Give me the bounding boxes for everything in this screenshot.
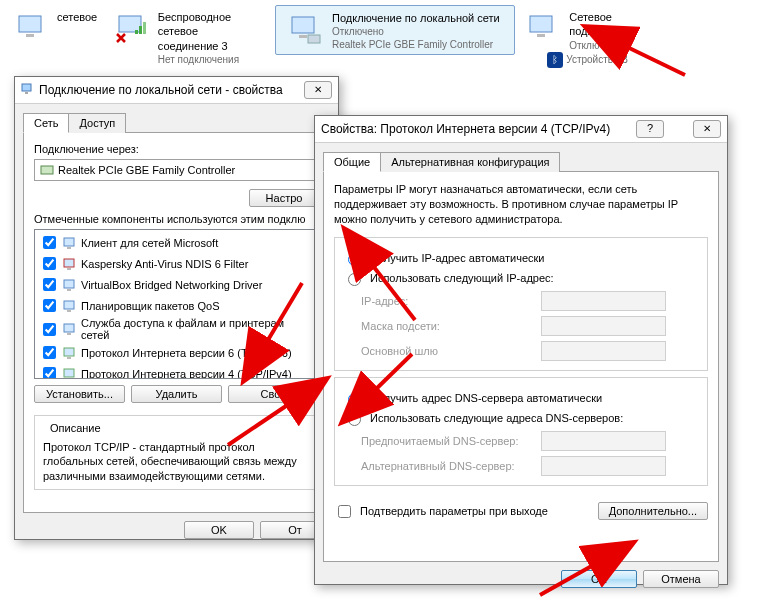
dns2-input [541,456,666,476]
advanced-button[interactable]: Дополнительно... [598,502,708,520]
component-label: Планировщик пакетов QoS [81,300,220,312]
svg-rect-27 [67,378,71,380]
dialog-titlebar: Подключение по локальной сети - свойства… [15,77,338,104]
dns1-label: Предпочитаемый DNS-сервер: [361,435,541,447]
tab-network[interactable]: Сеть [23,113,69,133]
network-icon [21,83,35,97]
network-connections-list: сетевое Беспроводное сетевое соединение … [0,0,763,60]
components-label: Отмеченные компоненты используются этим … [34,213,319,225]
list-item[interactable]: Служба доступа к файлам и принтерам сете… [37,316,316,342]
monitor-icon [15,10,51,50]
tabs: Сеть Доступ [23,112,330,133]
list-item[interactable]: Протокол Интернета версии 4 (TCP/IPv4) [37,363,316,379]
ip-input [541,291,666,311]
network-item-wireless[interactable]: Беспроводное сетевое соединение 3 Нет по… [105,5,275,55]
network-item-bluetooth[interactable]: Сетевое подк Отключено ᛒ Устройства B [515,5,645,55]
dialog-title: Подключение по локальной сети - свойства [39,83,283,97]
tabs: Общие Альтернативная конфигурация [323,151,719,172]
list-item[interactable]: Kaspersky Anti-Virus NDIS 6 Filter [37,253,316,274]
svg-rect-23 [67,333,71,335]
svg-rect-10 [537,34,545,37]
svg-rect-12 [25,92,28,94]
component-label: Kaspersky Anti-Virus NDIS 6 Filter [81,258,248,270]
net-item-status: Отключено [332,25,500,38]
net-item-label: Беспроводное сетевое [158,10,265,39]
gateway-input [541,341,666,361]
component-label: Протокол Интернета версии 4 (TCP/IPv4) [81,368,292,380]
cancel-button[interactable]: Отмена [643,570,719,588]
radio-manual-dns[interactable] [348,413,361,426]
tab-access[interactable]: Доступ [68,113,126,133]
component-checkbox[interactable] [43,236,56,249]
validate-checkbox[interactable] [338,505,351,518]
component-checkbox[interactable] [43,346,56,359]
gateway-label: Основной шлю [361,345,541,357]
svg-rect-21 [67,310,71,312]
net-item-status: Нет подключения [158,53,265,66]
component-checkbox[interactable] [43,257,56,270]
properties-button[interactable]: Свой [228,385,319,403]
svg-rect-9 [530,16,552,32]
component-icon [63,257,77,271]
component-checkbox[interactable] [43,367,56,379]
configure-button[interactable]: Настро [249,189,319,207]
component-label: Служба доступа к файлам и принтерам сете… [81,317,314,341]
svg-rect-1 [26,34,34,37]
net-item-label: сетевое [57,10,97,24]
list-item[interactable]: Планировщик пакетов QoS [37,295,316,316]
svg-rect-7 [299,35,307,38]
network-item[interactable]: сетевое [5,5,105,55]
description-title: Описание [47,422,104,434]
mask-label: Маска подсети: [361,320,541,332]
svg-rect-25 [67,357,71,359]
ok-button[interactable]: OK [561,570,637,588]
radio-auto-dns[interactable] [348,393,361,406]
radio-manual-ip[interactable] [348,273,361,286]
net-item-device: Realtek PCIe GBE Family Controller [332,38,500,51]
dialog-titlebar: Свойства: Протокол Интернета версии 4 (T… [315,116,727,143]
tab-alt-config[interactable]: Альтернативная конфигурация [380,152,560,172]
svg-rect-20 [64,301,74,309]
close-button[interactable]: ✕ [693,120,721,138]
component-icon [63,236,77,250]
wifi-icon [115,10,152,50]
component-label: Клиент для сетей Microsoft [81,237,218,249]
svg-rect-22 [64,324,74,332]
svg-rect-0 [19,16,41,32]
dns1-input [541,431,666,451]
svg-rect-15 [67,247,71,249]
dialog-lan-properties: Подключение по локальной сети - свойства… [14,76,339,540]
dialog-ipv4-properties: Свойства: Протокол Интернета версии 4 (T… [314,115,728,585]
radio-auto-ip-label: Получить IP-адрес автоматически [370,252,544,264]
radio-manual-dns-label: Использовать следующие адреса DNS-сервер… [370,412,623,424]
component-label: Протокол Интернета версии 6 (TCP/IPv6) [81,347,292,359]
remove-button[interactable]: Удалить [131,385,222,403]
component-label: VirtualBox Bridged Networking Driver [81,279,262,291]
network-item-lan[interactable]: Подключение по локальной сети Отключено … [275,5,515,55]
description-text: Протокол TCP/IP - стандартный протокол г… [43,440,310,483]
adapter-field: Realtek PCIe GBE Family Controller [34,159,319,181]
component-checkbox[interactable] [43,299,56,312]
info-text: Параметры IP могут назначаться автоматич… [334,182,708,227]
dialog-title: Свойства: Протокол Интернета версии 4 (T… [321,122,610,136]
connect-via-label: Подключение через: [34,143,319,155]
close-button[interactable]: ✕ [304,81,332,99]
component-checkbox[interactable] [43,323,56,336]
components-list[interactable]: Клиент для сетей MicrosoftKaspersky Anti… [34,229,319,379]
list-item[interactable]: Протокол Интернета версии 6 (TCP/IPv6) [37,342,316,363]
svg-rect-16 [64,259,74,267]
svg-rect-13 [41,166,53,174]
list-item[interactable]: VirtualBox Bridged Networking Driver [37,274,316,295]
help-button[interactable]: ? [636,120,664,138]
net-item-label2: соединение 3 [158,39,265,53]
svg-rect-2 [119,16,141,32]
ok-button[interactable]: OK [184,521,254,539]
component-icon [63,346,77,360]
radio-auto-ip[interactable] [348,253,361,266]
list-item[interactable]: Клиент для сетей Microsoft [37,232,316,253]
component-checkbox[interactable] [43,278,56,291]
svg-rect-11 [22,84,31,91]
install-button[interactable]: Установить... [34,385,125,403]
svg-rect-4 [139,26,142,34]
tab-general[interactable]: Общие [323,152,381,172]
